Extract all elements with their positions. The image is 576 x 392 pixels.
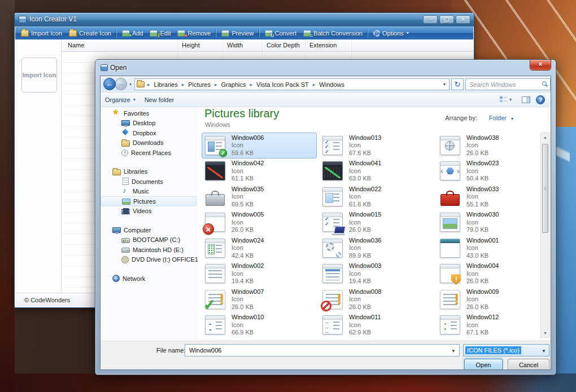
toolbar-button-label: Edit	[160, 30, 171, 37]
breadcrumb-item-vista-icon-pack-st[interactable]: Vista Icon Pack ST	[255, 81, 310, 89]
file-size: 19.4 KB	[349, 278, 381, 285]
file-tile-text: Window041Icon63.0 KB	[349, 160, 381, 183]
file-tile-window035[interactable]: Window035Icon69.5 KB	[202, 184, 317, 210]
file-tile-window007[interactable]: ✓!Window007Icon26.0 KB	[202, 287, 317, 312]
breadcrumb-item-pictures[interactable]: Pictures	[187, 81, 212, 89]
vertical-scrollbar[interactable]: ▲ ▼	[540, 133, 550, 338]
cancel-button[interactable]: Cancel	[508, 359, 549, 370]
toolbar-button-batch-conversion[interactable]: Batch Conversion	[300, 29, 366, 38]
file-type-combo[interactable]: ICON FILES (*.ico) ▼	[463, 344, 549, 356]
column-header-width[interactable]: Width	[227, 42, 243, 49]
import-icon-dropzone[interactable]: Import Icon	[21, 58, 57, 93]
refresh-button[interactable]: ↻	[451, 78, 464, 90]
icon-part	[208, 244, 215, 254]
sidebar-item-music[interactable]: Music	[101, 187, 198, 197]
file-size: 50.4 KB	[466, 175, 499, 183]
file-size: 55.1 KB	[466, 201, 499, 209]
preview-pane-button[interactable]	[522, 96, 530, 103]
breadcrumb-item-libraries[interactable]: Libraries	[153, 81, 179, 89]
close-button[interactable]: ×	[456, 15, 470, 24]
sidebar-item-bootcamp-c[interactable]: BOOTCAMP (C:)	[101, 235, 198, 245]
icon-part	[208, 270, 222, 280]
sidebar-item-dvd-drive-i-office14[interactable]: DVD Drive (I:) OFFICE14	[101, 255, 198, 265]
file-tile-window010[interactable]: Window010Icon66.9 KB	[202, 312, 317, 338]
file-tile-window003[interactable]: Window003Icon19.4 KB	[319, 261, 434, 287]
file-name-combo[interactable]: ▼	[185, 344, 460, 356]
column-header-extension[interactable]: Extension	[309, 42, 337, 49]
file-tile-window009[interactable]: !Window009Icon26.0 KB	[437, 287, 551, 312]
breadcrumb-item-graphics[interactable]: Graphics	[220, 81, 247, 89]
column-header-height[interactable]: Height	[182, 42, 200, 49]
sidebar-item-dropbox[interactable]: Dropbox	[101, 128, 198, 138]
sidebar-item-libraries[interactable]: Libraries	[101, 167, 198, 177]
search-box[interactable]	[465, 78, 551, 90]
sidebar-item-network[interactable]: Network	[101, 274, 198, 284]
file-tile-window015[interactable]: ✓✓Window015Icon26.0 KB	[319, 210, 434, 236]
toolbar-button-preview[interactable]: Preview	[218, 29, 257, 38]
forward-button[interactable]: →	[115, 78, 127, 90]
file-tile-window004[interactable]: !Window004Icon26.0 KB	[437, 261, 551, 287]
search-input[interactable]	[468, 80, 536, 89]
file-tile-window023[interactable]: ‹›Window023Icon50.4 KB	[437, 158, 551, 184]
scrollbar-thumb[interactable]	[542, 144, 548, 233]
toolbar-button-create-icon[interactable]: Create Icon	[66, 29, 115, 38]
file-tile-window008[interactable]: !Window008Icon26.0 KB	[319, 287, 434, 312]
sidebar-item-computer[interactable]: Computer	[101, 225, 198, 235]
toolbar-button-convert[interactable]: Convert	[261, 29, 300, 38]
chevron-down-icon[interactable]: ▾	[511, 116, 513, 121]
breadcrumb-dropdown-icon[interactable]: ▾	[443, 82, 447, 87]
sidebar-item-macintosh-hd-e[interactable]: Macintosh HD (E:)	[101, 245, 198, 255]
sidebar-item-favorites[interactable]: Favorites	[101, 108, 198, 118]
breadcrumb-arrow-icon: ▸	[247, 82, 256, 87]
column-header-name[interactable]: Name	[68, 42, 84, 49]
file-tile-window022[interactable]: Window022Icon61.6 KB	[319, 184, 434, 210]
dialog-close-button[interactable]: ×	[530, 60, 551, 71]
file-tile-window038[interactable]: Window038Icon26.0 KB	[437, 133, 551, 158]
toolbar-button-edit[interactable]: Edit	[146, 29, 174, 38]
toolbar-button-import-icon[interactable]: Import Icon	[18, 29, 66, 38]
arrange-by-value[interactable]: Folder	[489, 114, 507, 121]
file-tile-window013[interactable]: ✓✓✓Window013Icon67.6 KB	[319, 133, 434, 158]
back-button[interactable]: ←	[103, 78, 116, 90]
open-button[interactable]: Open	[464, 359, 503, 370]
file-tile-window001[interactable]: Window001Icon43.0 KB	[437, 235, 551, 261]
window-list-icon	[204, 262, 226, 285]
sidebar-item-desktop[interactable]: Desktop	[101, 118, 198, 129]
scroll-up-icon[interactable]: ▲	[541, 133, 549, 142]
file-tile-window005[interactable]: ×Window005Icon26.0 KB	[202, 210, 317, 236]
file-tile-window006[interactable]: ✓Window006Icon59.6 KB	[202, 133, 317, 158]
new-folder-button[interactable]: New folder	[140, 95, 179, 105]
sidebar-item-documents[interactable]: Documents	[101, 177, 198, 187]
file-tile-window030[interactable]: Window030Icon79.0 KB	[437, 210, 551, 236]
file-tile-window011[interactable]: →→→Window011Icon62.9 KB	[319, 312, 434, 338]
file-tile-window002[interactable]: Window002Icon19.4 KB	[202, 261, 317, 287]
history-chevron-icon[interactable]: ▾	[129, 82, 132, 87]
sidebar-item-pictures[interactable]: Pictures	[101, 196, 197, 206]
convert-icon	[265, 30, 273, 37]
sidebar-item-downloads[interactable]: Downloads	[101, 138, 198, 148]
organize-button[interactable]: Organize ▾	[101, 95, 140, 105]
sidebar-item-recent-places[interactable]: Recent Places	[101, 148, 198, 158]
file-name-input[interactable]	[188, 346, 447, 355]
file-tile-window036[interactable]: Window036Icon89.9 KB	[319, 235, 434, 261]
toolbar-button-options[interactable]: Options▾	[370, 29, 412, 38]
file-size: 67.6 KB	[349, 149, 381, 157]
scroll-down-icon[interactable]: ▼	[541, 329, 549, 337]
sidebar-item-videos[interactable]: Videos	[101, 206, 198, 217]
toolbar-button-add[interactable]: Add	[119, 29, 147, 38]
file-tile-window012[interactable]: Window012Icon67.1 KB	[437, 312, 551, 338]
chevron-down-icon[interactable]: ▼	[451, 349, 456, 354]
breadcrumb-item-windows[interactable]: Windows	[318, 81, 346, 89]
file-tile-window042[interactable]: Window042Icon61.1 KB	[202, 158, 317, 184]
file-tile-window024[interactable]: Window024Icon42.4 KB	[202, 235, 317, 261]
help-button[interactable]: ?	[536, 95, 545, 104]
toolbar-button-remove[interactable]: Remove	[174, 29, 214, 38]
views-button[interactable]: ▾	[495, 95, 516, 104]
app-titlebar[interactable]: Icon Creator V1 – ▢ ×	[15, 13, 474, 27]
maximize-button[interactable]: ▢	[439, 15, 454, 24]
column-header-color-depth[interactable]: Color Depth	[267, 42, 300, 49]
minimize-button[interactable]: –	[423, 15, 438, 24]
file-tile-window041[interactable]: Window041Icon63.0 KB	[319, 158, 434, 184]
file-tile-window033[interactable]: Window033Icon55.1 KB	[437, 184, 551, 210]
breadcrumb[interactable]: ▸Libraries▸Pictures▸Graphics▸Vista Icon …	[134, 78, 450, 90]
